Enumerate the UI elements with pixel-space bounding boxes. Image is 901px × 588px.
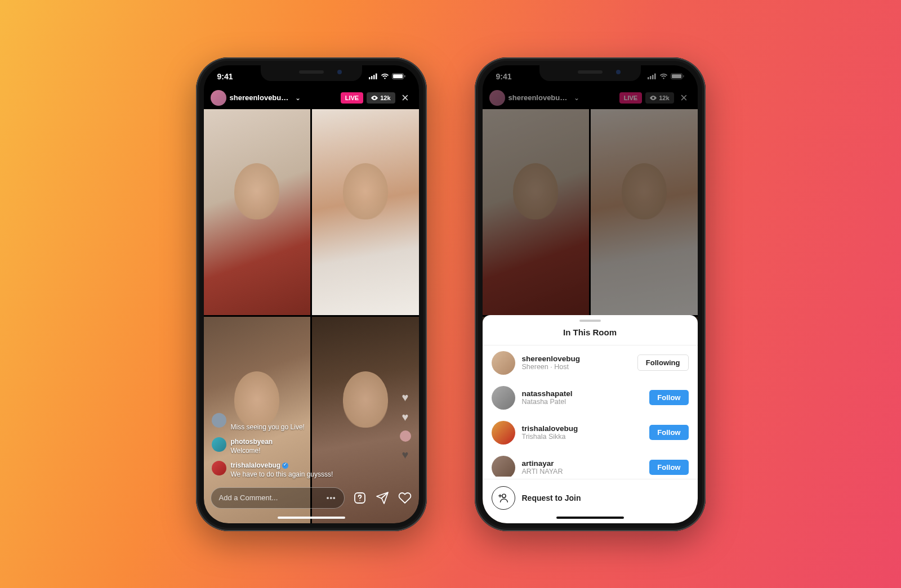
svg-rect-12 bbox=[654, 74, 656, 80]
sheet-title: In This Room bbox=[483, 324, 698, 345]
svg-rect-14 bbox=[672, 74, 681, 78]
participant-username[interactable]: artinayar bbox=[522, 459, 643, 468]
viewer-count-value: 12k bbox=[659, 95, 669, 101]
heart-icon: ♥ bbox=[402, 411, 409, 424]
wifi-icon bbox=[659, 73, 668, 79]
sheet-handle[interactable] bbox=[579, 320, 601, 322]
device-notch bbox=[261, 65, 362, 81]
participant-username[interactable]: shereenlovebug bbox=[522, 354, 631, 363]
room-sheet: In This Room shereenlovebug Shereen · Ho… bbox=[483, 315, 698, 523]
more-icon[interactable]: ••• bbox=[327, 493, 336, 502]
comment-item: Miss seeing you go Live! bbox=[212, 413, 374, 431]
svg-rect-15 bbox=[683, 75, 684, 78]
comment-item: photosbyean Welcome! bbox=[212, 437, 374, 455]
participant-avatar[interactable] bbox=[492, 421, 515, 445]
participant-subtitle: ARTI NAYAR bbox=[522, 468, 643, 475]
svg-rect-11 bbox=[652, 75, 654, 79]
participant-row: trishalalovebug Trishala Sikka Follow bbox=[483, 415, 698, 450]
phone-device-right: 9:41 shereenlovebug, n... ⌄ LIVE bbox=[475, 57, 706, 531]
viewer-count-value: 12k bbox=[380, 95, 390, 101]
comment-text: Welcome! bbox=[231, 446, 273, 455]
comment-text: Miss seeing you go Live! bbox=[231, 423, 305, 432]
request-to-join-row[interactable]: Request to Join bbox=[483, 479, 698, 512]
battery-icon bbox=[392, 73, 405, 79]
phone-device-left: 9:41 shereenlovebug, n... ⌄ LIVE bbox=[196, 57, 427, 531]
share-icon[interactable] bbox=[375, 491, 390, 505]
live-header: shereenlovebug, n... ⌄ LIVE 12k × bbox=[211, 90, 412, 106]
live-badge: LIVE bbox=[619, 92, 642, 104]
comment-username[interactable]: trishalalovebug bbox=[231, 461, 289, 470]
verified-icon bbox=[282, 463, 288, 469]
request-join-icon bbox=[492, 486, 515, 510]
phone-screen-right: 9:41 shereenlovebug, n... ⌄ LIVE bbox=[483, 65, 698, 523]
comment-avatar[interactable] bbox=[212, 413, 226, 428]
host-avatar[interactable] bbox=[489, 90, 505, 106]
status-time: 9:41 bbox=[217, 72, 233, 81]
viewer-count[interactable]: 12k bbox=[645, 92, 673, 104]
svg-rect-2 bbox=[373, 75, 375, 79]
svg-rect-3 bbox=[376, 74, 377, 80]
host-username[interactable]: shereenlovebug, n... bbox=[509, 93, 570, 102]
svg-rect-5 bbox=[393, 74, 403, 78]
participant-username[interactable]: natasshapatel bbox=[522, 389, 643, 398]
signal-icon bbox=[369, 73, 378, 79]
home-indicator[interactable] bbox=[278, 517, 345, 519]
comments-list: Miss seeing you go Live! photosbyean Wel… bbox=[212, 413, 374, 479]
reaction-avatar bbox=[400, 430, 411, 442]
svg-rect-9 bbox=[648, 77, 649, 79]
participant-row: shereenlovebug Shereen · Host Following bbox=[483, 345, 698, 380]
svg-rect-1 bbox=[371, 76, 373, 79]
close-icon[interactable]: × bbox=[677, 91, 691, 105]
like-icon[interactable] bbox=[398, 491, 412, 505]
viewer-count[interactable]: 12k bbox=[367, 92, 395, 104]
host-username[interactable]: shereenlovebug, n... bbox=[230, 93, 292, 102]
battery-icon bbox=[671, 73, 684, 79]
device-notch bbox=[539, 65, 641, 81]
host-avatar[interactable] bbox=[211, 90, 226, 106]
participant-avatar[interactable] bbox=[492, 351, 515, 375]
home-indicator[interactable] bbox=[556, 517, 624, 519]
follow-button[interactable]: Follow bbox=[649, 390, 688, 405]
chevron-down-icon[interactable]: ⌄ bbox=[295, 94, 301, 102]
following-button[interactable]: Following bbox=[637, 354, 689, 371]
participant-avatar[interactable] bbox=[492, 386, 515, 410]
svg-rect-6 bbox=[404, 75, 405, 78]
video-tile-2[interactable] bbox=[312, 109, 419, 316]
video-tile-1[interactable] bbox=[204, 109, 311, 316]
svg-point-8 bbox=[359, 500, 360, 501]
status-indicators bbox=[648, 73, 684, 79]
comment-input[interactable]: Add a Comment... ••• bbox=[211, 487, 345, 509]
svg-point-16 bbox=[502, 494, 505, 497]
follow-button[interactable]: Follow bbox=[649, 460, 688, 475]
request-join-label: Request to Join bbox=[522, 493, 581, 502]
heart-reactions: ♥ ♥ ♥ bbox=[400, 391, 411, 461]
participant-list: shereenlovebug Shereen · Host Following … bbox=[483, 345, 698, 477]
participant-subtitle: Trishala Sikka bbox=[522, 433, 643, 441]
heart-icon: ♥ bbox=[402, 448, 409, 461]
heart-icon: ♥ bbox=[402, 391, 409, 404]
chevron-down-icon[interactable]: ⌄ bbox=[574, 94, 579, 102]
follow-button[interactable]: Follow bbox=[649, 425, 688, 440]
comment-item: trishalalovebug We have to do this again… bbox=[212, 461, 374, 479]
status-time: 9:41 bbox=[496, 72, 512, 81]
svg-rect-0 bbox=[369, 77, 371, 79]
eye-icon bbox=[371, 96, 378, 100]
live-header: shereenlovebug, n... ⌄ LIVE 12k × bbox=[489, 90, 691, 106]
participant-subtitle: Shereen · Host bbox=[522, 363, 631, 371]
wifi-icon bbox=[381, 73, 389, 79]
svg-rect-10 bbox=[650, 76, 652, 79]
comment-username[interactable]: photosbyean bbox=[231, 437, 273, 446]
comment-avatar[interactable] bbox=[212, 437, 226, 452]
participant-avatar[interactable] bbox=[492, 456, 515, 477]
status-indicators bbox=[369, 73, 405, 79]
comment-avatar[interactable] bbox=[212, 461, 226, 475]
comment-placeholder: Add a Comment... bbox=[219, 493, 278, 502]
participant-subtitle: Natasha Patel bbox=[522, 398, 643, 406]
question-icon[interactable] bbox=[353, 491, 367, 505]
close-icon[interactable]: × bbox=[399, 91, 412, 105]
phone-screen-left: 9:41 shereenlovebug, n... ⌄ LIVE bbox=[204, 65, 419, 523]
bottom-action-bar: Add a Comment... ••• bbox=[211, 487, 412, 509]
comment-text: We have to do this again guyssss! bbox=[231, 470, 333, 479]
participant-username[interactable]: trishalalovebug bbox=[522, 424, 643, 433]
participant-row: artinayar ARTI NAYAR Follow bbox=[483, 450, 698, 477]
